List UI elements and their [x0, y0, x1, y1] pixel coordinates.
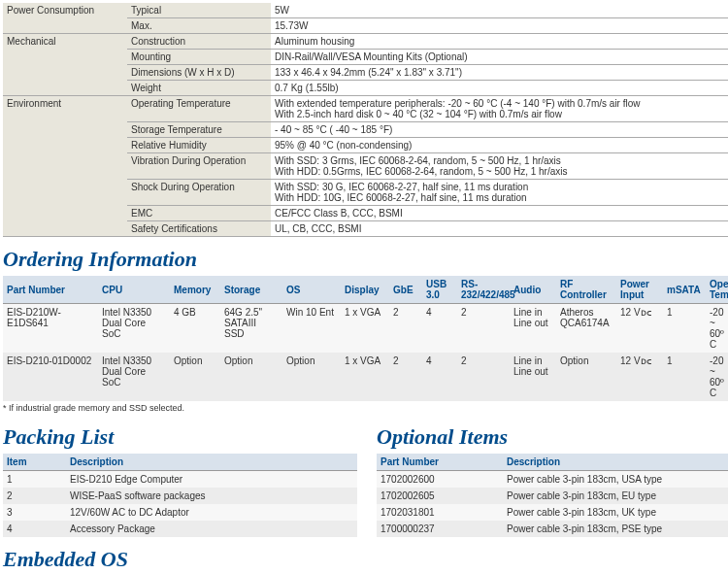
cell: 12 Vᴅᴄ	[616, 353, 663, 401]
optional-table: Part NumberDescription 1702002600Power c…	[377, 454, 728, 537]
cell: Power cable 3-pin 183cm, PSE type	[503, 521, 728, 537]
col-header: OS	[282, 276, 341, 304]
packing-title: Packing List	[3, 424, 357, 450]
cell: WISE-PaaS software packages	[66, 488, 357, 504]
spec-category: Mechanical	[3, 34, 127, 96]
cell: Line inLine out	[510, 353, 556, 401]
col-header: Description	[503, 454, 728, 471]
spec-value: 15.73W	[271, 18, 728, 34]
cell: 4	[3, 521, 66, 537]
table-row: 1702031801Power cable 3-pin 183cm, UK ty…	[377, 504, 728, 521]
table-row: 1702002605Power cable 3-pin 183cm, EU ty…	[377, 488, 728, 504]
col-header: Description	[66, 454, 357, 471]
spec-value: With SSD: 30 G, IEC 60068-2-27, half sin…	[271, 180, 728, 206]
spec-label: Storage Temperature	[127, 122, 271, 138]
cell: 4 GB	[170, 304, 220, 354]
cell: Power cable 3-pin 183cm, UK type	[503, 504, 728, 521]
cell: Intel N3350 Dual Core SoC	[98, 304, 170, 354]
spec-category: Environment	[3, 96, 127, 237]
optional-title: Optional Items	[377, 424, 728, 450]
spec-label: Safety Certifications	[127, 221, 271, 237]
spec-value: CE/FCC Class B, CCC, BSMI	[271, 206, 728, 221]
table-row: 312V/60W AC to DC Adaptor	[3, 504, 357, 521]
cell: 2	[389, 304, 422, 354]
spec-value: DIN-Rail/Wall/VESA Mounting Kits (Option…	[271, 50, 728, 65]
spec-label: Weight	[127, 81, 271, 96]
cell: 1 x VGA	[341, 304, 389, 354]
cell: 2	[3, 488, 66, 504]
cell: 2	[457, 353, 510, 401]
table-row: EIS-D210W-E1DS641Intel N3350 Dual Core S…	[3, 304, 728, 354]
cell: Atheros QCA6174A	[556, 304, 616, 354]
cell: 3	[3, 504, 66, 521]
ordering-title: Ordering Information	[3, 247, 728, 272]
spec-label: Construction	[127, 34, 271, 50]
cell: 2	[457, 304, 510, 354]
spec-label: Operating Temperature	[127, 96, 271, 122]
spec-label: Mounting	[127, 50, 271, 65]
table-row: 1EIS-D210 Edge Computer	[3, 471, 357, 489]
spec-label: Shock During Operation	[127, 180, 271, 206]
cell: -20 ~ 60º C	[706, 304, 728, 354]
cell: 12V/60W AC to DC Adaptor	[66, 504, 357, 521]
spec-value: 5W	[271, 3, 728, 18]
col-header: Storage	[220, 276, 282, 304]
table-row: EIS-D210-01D0002Intel N3350 Dual Core So…	[3, 353, 728, 401]
cell: Option	[170, 353, 220, 401]
spec-value: - 40 ~ 85 °C ( -40 ~ 185 °F)	[271, 122, 728, 138]
spec-value: With SSD: 3 Grms, IEC 60068-2-64, random…	[271, 153, 728, 180]
cell: Power cable 3-pin 183cm, EU type	[503, 488, 728, 504]
cell: 1702002600	[377, 471, 503, 489]
spec-value: 95% @ 40 °C (non-condensing)	[271, 138, 728, 153]
cell: Option	[220, 353, 282, 401]
cell: Win 10 Ent	[282, 304, 341, 354]
spec-value: With extended temperature peripherals: -…	[271, 96, 728, 122]
ordering-note: * If industrial grade memory and SSD sel…	[3, 403, 728, 413]
col-header: GbE	[389, 276, 422, 304]
table-row: 4Accessory Package	[3, 521, 357, 537]
col-header: RS-232/422/485	[457, 276, 510, 304]
cell: EIS-D210-01D0002	[3, 353, 98, 401]
spec-label: Max.	[127, 18, 271, 34]
spec-value: Aluminum housing	[271, 34, 728, 50]
cell: 2	[389, 353, 422, 401]
cell: 4	[422, 304, 457, 354]
cell: Option	[282, 353, 341, 401]
cell: -20 ~ 60º C	[706, 353, 728, 401]
col-header: RF Controller	[556, 276, 616, 304]
cell: Power cable 3-pin 183cm, USA type	[503, 471, 728, 489]
col-header: Part Number	[377, 454, 503, 471]
cell: 1	[663, 353, 706, 401]
col-header: Power Input	[616, 276, 663, 304]
col-header: Operating Temperature*	[706, 276, 728, 304]
cell: 64G 2.5" SATAIII SSD	[220, 304, 282, 354]
spec-table: Power ConsumptionTypical5WMax.15.73WMech…	[3, 3, 728, 237]
col-header: mSATA	[663, 276, 706, 304]
cell: EIS-D210W-E1DS641	[3, 304, 98, 354]
spec-category: Power Consumption	[3, 3, 127, 34]
spec-label: Dimensions (W x H x D)	[127, 65, 271, 81]
cell: 1700000237	[377, 521, 503, 537]
col-header: Memory	[170, 276, 220, 304]
table-row: 1702002600Power cable 3-pin 183cm, USA t…	[377, 471, 728, 489]
col-header: Item	[3, 454, 66, 471]
cell: 4	[422, 353, 457, 401]
col-header: USB 3.0	[422, 276, 457, 304]
cell: Option	[556, 353, 616, 401]
col-header: Display	[341, 276, 389, 304]
cell: Line inLine out	[510, 304, 556, 354]
spec-value: UL, CB, CCC, BSMI	[271, 221, 728, 237]
table-row: 1700000237Power cable 3-pin 183cm, PSE t…	[377, 521, 728, 537]
cell: Intel N3350 Dual Core SoC	[98, 353, 170, 401]
cell: 12 Vᴅᴄ	[616, 304, 663, 354]
cell: 1 x VGA	[341, 353, 389, 401]
spec-value: 0.7 Kg (1.55lb)	[271, 81, 728, 96]
table-row: 2WISE-PaaS software packages	[3, 488, 357, 504]
cell: 1	[663, 304, 706, 354]
spec-label: Vibration During Operation	[127, 153, 271, 180]
col-header: Part Number	[3, 276, 98, 304]
packing-table: ItemDescription 1EIS-D210 Edge Computer2…	[3, 454, 357, 537]
spec-label: Relative Humidity	[127, 138, 271, 153]
cell: 1702002605	[377, 488, 503, 504]
cell: EIS-D210 Edge Computer	[66, 471, 357, 489]
